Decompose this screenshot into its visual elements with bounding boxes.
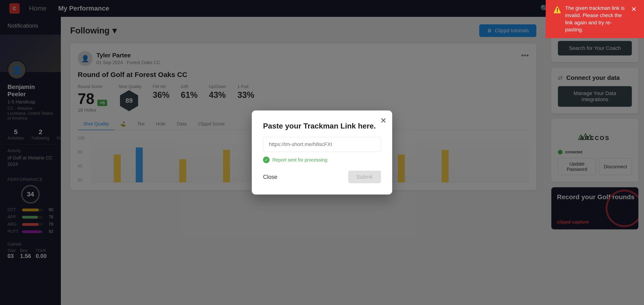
success-text: Report sent for processing bbox=[272, 157, 328, 163]
toast-close-button[interactable]: ✕ bbox=[631, 5, 636, 14]
modal-success-message: ✓ Report sent for processing bbox=[263, 156, 381, 163]
modal-close-button[interactable]: Close bbox=[263, 174, 277, 180]
modal-overlay[interactable]: Paste your Trackman Link here. ✕ ✓ Repor… bbox=[0, 0, 644, 305]
error-toast: ⚠️ The given trackman link is invalid. P… bbox=[546, 0, 644, 38]
success-checkmark-icon: ✓ bbox=[263, 156, 270, 163]
modal-actions: Close Submit bbox=[263, 171, 381, 183]
modal-title: Paste your Trackman Link here. bbox=[263, 122, 381, 130]
trackman-modal: Paste your Trackman Link here. ✕ ✓ Repor… bbox=[252, 110, 392, 194]
modal-submit-button[interactable]: Submit bbox=[348, 171, 381, 183]
trackman-link-input[interactable] bbox=[263, 137, 381, 152]
modal-close-x-button[interactable]: ✕ bbox=[380, 116, 386, 125]
toast-warning-icon: ⚠️ bbox=[553, 5, 562, 14]
toast-message: The given trackman link is invalid. Plea… bbox=[565, 5, 628, 34]
